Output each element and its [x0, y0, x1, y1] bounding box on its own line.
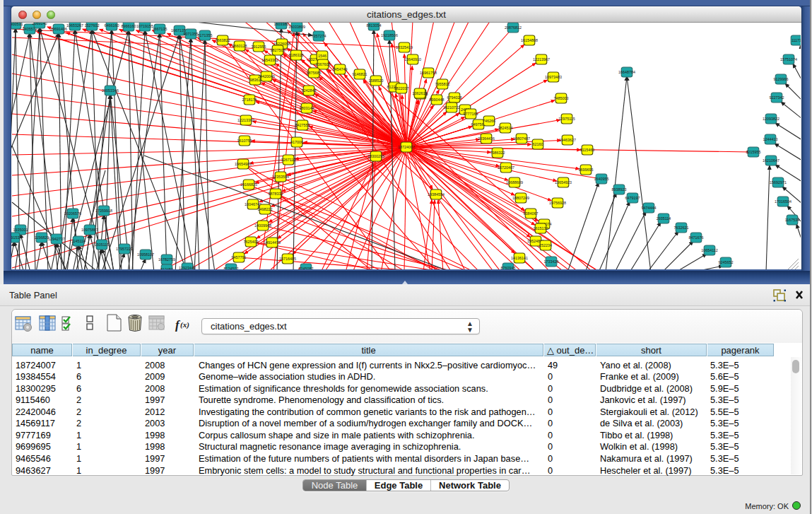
- svg-text:14136141: 14136141: [511, 256, 528, 260]
- svg-text:13325419: 13325419: [396, 45, 413, 49]
- svg-text:12213369: 12213369: [237, 118, 254, 122]
- svg-text:1603380: 1603380: [274, 23, 289, 26]
- svg-text:7986322: 7986322: [490, 151, 505, 155]
- svg-text:1527602: 1527602: [85, 23, 100, 28]
- svg-text:1362615: 1362615: [413, 91, 428, 95]
- svg-text:1244413: 1244413: [763, 137, 778, 141]
- svg-text:16210647: 16210647: [763, 158, 779, 163]
- svg-text:9227342: 9227342: [770, 95, 784, 100]
- svg-text:9699695: 9699695: [579, 168, 594, 172]
- svg-text:10973483: 10973483: [545, 75, 562, 79]
- svg-text:3824514: 3824514: [498, 126, 513, 130]
- svg-text:1145114: 1145114: [71, 239, 86, 243]
- svg-text:9245652: 9245652: [719, 260, 734, 264]
- svg-text:10975887: 10975887: [81, 228, 98, 232]
- svg-text:15751074: 15751074: [780, 57, 797, 62]
- svg-text:6479197: 6479197: [625, 196, 640, 200]
- svg-text:5878332: 5878332: [269, 192, 283, 196]
- svg-text:10807487: 10807487: [513, 136, 530, 141]
- svg-text:10688609: 10688609: [506, 180, 523, 185]
- svg-text:9115460: 9115460: [580, 148, 595, 152]
- svg-text:62160: 62160: [533, 142, 543, 146]
- svg-text:252234: 252234: [539, 243, 552, 247]
- svg-text:8990448: 8990448: [430, 98, 445, 102]
- svg-text:8471676: 8471676: [689, 235, 704, 240]
- svg-text:9827506: 9827506: [271, 48, 286, 52]
- svg-text:2367608: 2367608: [316, 62, 331, 66]
- svg-text:14914479: 14914479: [264, 240, 281, 245]
- svg-text:3267110: 3267110: [281, 158, 296, 162]
- svg-text:1498222: 1498222: [258, 207, 273, 211]
- svg-text:10654112: 10654112: [701, 248, 718, 252]
- svg-text:9384067: 9384067: [524, 211, 539, 216]
- svg-text:19166825: 19166825: [240, 182, 257, 187]
- svg-text:18724007: 18724007: [398, 145, 415, 149]
- svg-text:812450: 812450: [160, 267, 173, 270]
- svg-text:7357274: 7357274: [312, 34, 326, 38]
- svg-text:19384554: 19384554: [428, 192, 445, 197]
- svg-text:9660128: 9660128: [233, 44, 247, 48]
- svg-text:14009948: 14009948: [254, 223, 271, 228]
- svg-text:1167534: 1167534: [785, 218, 800, 222]
- svg-text:1733426: 1733426: [544, 259, 559, 264]
- svg-text:2803144: 2803144: [300, 106, 314, 110]
- svg-text:16154808: 16154808: [521, 38, 538, 42]
- svg-text:13640910: 13640910: [404, 57, 421, 62]
- svg-text:16961758: 16961758: [420, 71, 437, 75]
- svg-text:16543362: 16543362: [261, 58, 278, 62]
- svg-text:1935001: 1935001: [13, 228, 28, 232]
- svg-text:2935114: 2935114: [657, 216, 671, 221]
- svg-text:8938923: 8938923: [612, 187, 627, 192]
- svg-text:19654983: 19654983: [235, 162, 252, 166]
- svg-text:10046749: 10046749: [245, 202, 261, 206]
- svg-text:12213967: 12213967: [533, 57, 550, 62]
- svg-text:8813054: 8813054: [367, 23, 382, 28]
- svg-text:9457791: 9457791: [232, 255, 247, 259]
- svg-text:8124502: 8124502: [224, 267, 239, 270]
- svg-text:17016504: 17016504: [775, 199, 792, 204]
- svg-text:7955812: 7955812: [435, 82, 450, 86]
- svg-text:8427552: 8427552: [295, 123, 310, 127]
- svg-text:20691406: 20691406: [50, 27, 67, 31]
- svg-text:2069140: 2069140: [33, 23, 47, 25]
- svg-text:11173: 11173: [792, 38, 801, 42]
- svg-text:9146821: 9146821: [353, 72, 367, 76]
- svg-text:20364436: 20364436: [478, 136, 495, 141]
- svg-text:9129966: 9129966: [774, 77, 789, 81]
- svg-text:1900531: 1900531: [11, 23, 23, 26]
- svg-text:20206576: 20206576: [64, 211, 81, 216]
- svg-text:3822037: 3822037: [394, 86, 409, 90]
- svg-text:1640955: 1640955: [594, 177, 609, 181]
- svg-text:1156829: 1156829: [35, 235, 49, 240]
- svg-text:20053346: 20053346: [102, 88, 119, 93]
- svg-text:1505115: 1505115: [95, 243, 110, 247]
- svg-text:19463627: 19463627: [559, 138, 576, 142]
- svg-text:1615132: 1615132: [534, 226, 548, 230]
- svg-text:9474444: 9474444: [642, 206, 657, 210]
- svg-text:1546: 1546: [318, 54, 326, 58]
- svg-text:17359918: 17359918: [95, 209, 112, 213]
- svg-text:13654923: 13654923: [555, 180, 572, 185]
- svg-text:(x): (x): [180, 320, 189, 329]
- svg-text:9242848: 9242848: [302, 88, 317, 93]
- svg-text:12093822: 12093822: [763, 117, 779, 121]
- svg-text:3912955: 3912955: [252, 45, 266, 49]
- svg-text:18300295: 18300295: [367, 154, 384, 158]
- svg-text:10653267: 10653267: [66, 23, 83, 28]
- svg-text:17957223: 17957223: [116, 247, 133, 251]
- svg-text:15692971: 15692971: [770, 180, 787, 185]
- svg-text:12923443: 12923443: [179, 266, 196, 270]
- svg-text:16782759: 16782759: [158, 257, 175, 262]
- svg-text:6794028: 6794028: [447, 95, 462, 100]
- svg-text:39153: 39153: [11, 235, 20, 240]
- svg-text:2718176: 2718176: [242, 98, 257, 102]
- svg-text:746266: 746266: [483, 119, 495, 123]
- svg-text:10958107: 10958107: [137, 252, 154, 257]
- svg-text:7485003: 7485003: [554, 96, 569, 100]
- svg-text:3875685: 3875685: [307, 71, 322, 75]
- svg-text:8186328: 8186328: [289, 53, 304, 57]
- svg-text:417006: 417006: [290, 140, 303, 144]
- svg-text:8215955: 8215955: [746, 150, 761, 154]
- svg-text:16210722: 16210722: [443, 105, 460, 110]
- svg-text:9071355: 9071355: [184, 32, 199, 36]
